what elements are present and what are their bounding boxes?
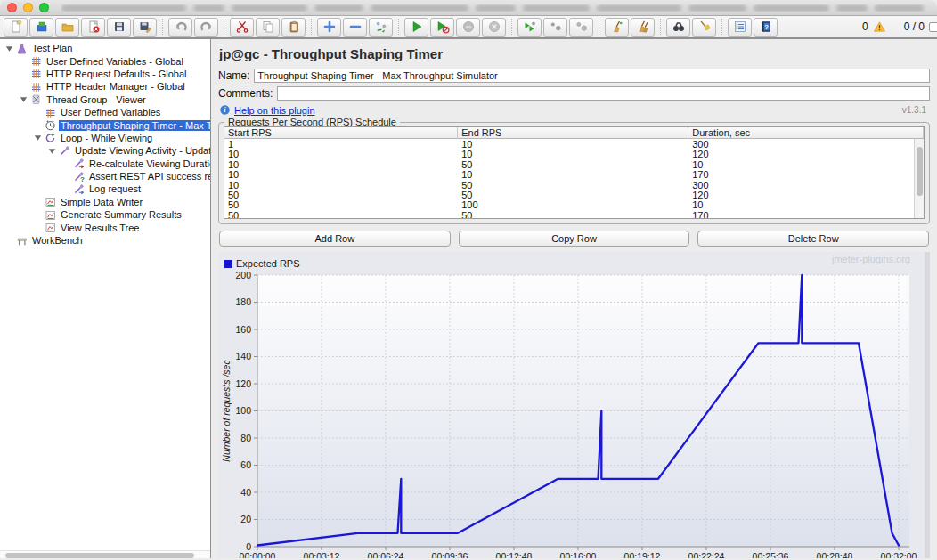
- search-reset-button[interactable]: [692, 18, 716, 37]
- tree-node-simple-data-writer[interactable]: Simple Data Writer: [0, 196, 210, 208]
- table-cell[interactable]: 170: [688, 210, 924, 219]
- remote-shutdown-all-button[interactable]: [569, 18, 593, 37]
- column-header-start-rps[interactable]: Start RPS: [224, 127, 458, 138]
- tree-node-update-viewing-activity-update-viewi[interactable]: Update Viewing Activity - Update Viewi: [0, 144, 210, 157]
- table-row[interactable]: 1010170: [224, 169, 924, 179]
- open-template-button[interactable]: [29, 18, 53, 37]
- save-as-button[interactable]: [133, 18, 157, 37]
- toggle-button[interactable]: [369, 18, 393, 37]
- shutdown-button[interactable]: [482, 18, 506, 37]
- tree-node-thread-group-viewer[interactable]: Thread Group - Viewer: [0, 93, 210, 106]
- start-no-timers-button[interactable]: [430, 18, 454, 37]
- table-cell[interactable]: 10: [224, 149, 458, 158]
- table-cell[interactable]: 10: [224, 169, 458, 179]
- new-file-button[interactable]: [4, 18, 28, 37]
- close-file-button[interactable]: [81, 18, 105, 37]
- function-helper-button[interactable]: [728, 18, 752, 37]
- column-header-end-rps[interactable]: End RPS: [458, 127, 688, 138]
- table-cell[interactable]: 10: [688, 159, 924, 169]
- clear-button[interactable]: [605, 18, 629, 37]
- comments-input[interactable]: [277, 86, 930, 101]
- table-cell[interactable]: 50: [458, 190, 688, 199]
- tree-node-http-header-manager-global[interactable]: HTTP Header Manager - Global: [0, 80, 210, 93]
- redo-button[interactable]: [194, 18, 218, 37]
- table-cell[interactable]: 1: [224, 139, 458, 149]
- scrollbar-thumb[interactable]: [5, 553, 194, 558]
- tree-node-user-defined-variables[interactable]: User Defined Variables: [0, 106, 210, 118]
- tree-node-http-request-defaults-global[interactable]: HTTP Request Defaults - Global: [0, 68, 210, 80]
- disclosure-triangle-expanded[interactable]: [4, 44, 15, 53]
- open-folder-button[interactable]: [55, 18, 79, 37]
- table-row[interactable]: 1010120: [224, 149, 924, 158]
- zoom-window-button[interactable]: [39, 3, 49, 12]
- add-row-button[interactable]: Add Row: [219, 231, 451, 247]
- close-window-button[interactable]: [7, 3, 17, 12]
- table-header[interactable]: Start RPSEnd RPSDuration, sec: [224, 127, 924, 139]
- rps-schedule-table[interactable]: Start RPSEnd RPSDuration, sec 1103001010…: [224, 126, 925, 219]
- table-row[interactable]: 5050120: [224, 190, 924, 199]
- clear-all-button[interactable]: [631, 18, 655, 37]
- table-cell[interactable]: 50: [458, 210, 688, 219]
- start-button[interactable]: [404, 18, 428, 37]
- help-button[interactable]: ?: [754, 18, 778, 37]
- table-row[interactable]: 1050300: [224, 180, 924, 190]
- disclosure-triangle-expanded[interactable]: [32, 133, 44, 142]
- scrollbar-thumb[interactable]: [917, 147, 923, 196]
- minimize-window-button[interactable]: [23, 3, 33, 12]
- tree-node-test-plan[interactable]: Test Plan: [0, 42, 210, 54]
- tree-node-log-request[interactable]: Log request: [0, 183, 210, 195]
- table-row[interactable]: 5010010: [224, 199, 924, 209]
- table-cell[interactable]: 10: [688, 199, 924, 209]
- table-cell[interactable]: 300: [688, 180, 924, 190]
- table-cell[interactable]: 50: [458, 159, 688, 169]
- column-header-duration-sec[interactable]: Duration, sec: [688, 127, 924, 138]
- tree-node-loop-while-viewing[interactable]: Loop - While Viewing: [0, 132, 210, 144]
- tree-node-throughput-shaping-timer-max-throughput-simulator[interactable]: Throughput Shaping Timer - Max Throughpu…: [0, 118, 210, 131]
- table-cell[interactable]: 100: [458, 199, 688, 209]
- table-cell[interactable]: 50: [224, 190, 458, 199]
- table-cell[interactable]: 120: [688, 190, 924, 199]
- disclosure-triangle-expanded[interactable]: [46, 146, 58, 156]
- table-vertical-scrollbar[interactable]: [914, 139, 924, 218]
- tree-node-assert-rest-api-success-response[interactable]: ?Assert REST API success response: [0, 170, 210, 183]
- delete-row-button[interactable]: Delete Row: [697, 231, 929, 247]
- save-button[interactable]: [107, 18, 131, 37]
- table-cell[interactable]: 10: [458, 149, 688, 158]
- table-cell[interactable]: 170: [688, 169, 924, 179]
- toolbar-checkbox[interactable]: [929, 22, 937, 32]
- tree-node-generate-summary-results[interactable]: Generate Summary Results: [0, 208, 210, 221]
- tree-horizontal-scrollbar[interactable]: [0, 550, 210, 558]
- help-link[interactable]: Help on this plugin: [234, 105, 315, 116]
- collapse-button[interactable]: [343, 18, 367, 37]
- table-cell[interactable]: 300: [688, 139, 924, 149]
- table-row[interactable]: 5050170: [224, 210, 924, 219]
- search-button[interactable]: [666, 18, 690, 37]
- sampler-icon: [58, 145, 71, 157]
- tree-node-workbench[interactable]: WorkBench: [0, 234, 210, 247]
- tree-node-re-calculate-viewing-duration[interactable]: Re-calculate Viewing Duration: [0, 158, 210, 170]
- table-cell[interactable]: 10: [458, 169, 688, 179]
- tree-node-user-defined-variables-global[interactable]: User Defined Variables - Global: [0, 54, 210, 67]
- remote-stop-all-button[interactable]: [543, 18, 567, 37]
- expand-button[interactable]: [317, 18, 341, 37]
- paste-button[interactable]: [281, 18, 306, 37]
- stop-button[interactable]: [456, 18, 480, 37]
- table-cell[interactable]: 50: [224, 199, 458, 209]
- table-cell[interactable]: 120: [688, 149, 924, 158]
- table-cell[interactable]: 10: [458, 139, 688, 149]
- table-row[interactable]: 110300: [224, 139, 924, 149]
- tree-node-view-results-tree[interactable]: View Results Tree: [0, 221, 210, 233]
- copy-button[interactable]: [256, 18, 280, 37]
- name-input[interactable]: [254, 69, 930, 83]
- undo-button[interactable]: [168, 18, 192, 37]
- disclosure-triangle-expanded[interactable]: [18, 94, 29, 104]
- tree-node-label: HTTP Request Defaults - Global: [45, 69, 189, 79]
- table-cell[interactable]: 50: [458, 180, 688, 190]
- table-row[interactable]: 105010: [224, 159, 924, 169]
- table-cell[interactable]: 10: [224, 159, 458, 169]
- copy-row-button[interactable]: Copy Row: [459, 231, 690, 247]
- table-cell[interactable]: 50: [224, 210, 458, 219]
- remote-start-all-button[interactable]: [517, 18, 542, 37]
- table-cell[interactable]: 10: [224, 180, 458, 190]
- cut-button[interactable]: [230, 18, 254, 37]
